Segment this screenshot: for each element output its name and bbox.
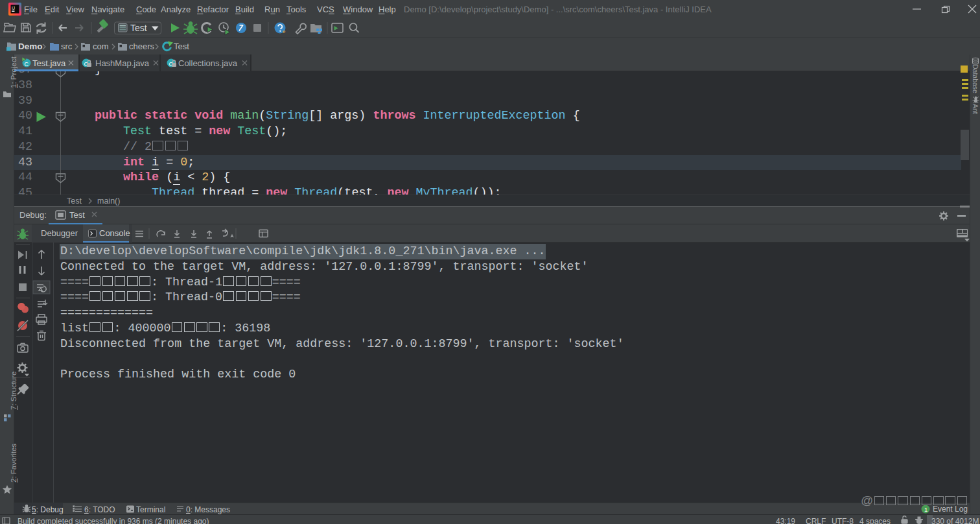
svg-text:Test: Test — [130, 23, 147, 33]
svg-text:IJ: IJ — [12, 6, 15, 10]
svg-text:e: e — [283, 29, 286, 34]
svg-text:C: C — [25, 61, 29, 67]
